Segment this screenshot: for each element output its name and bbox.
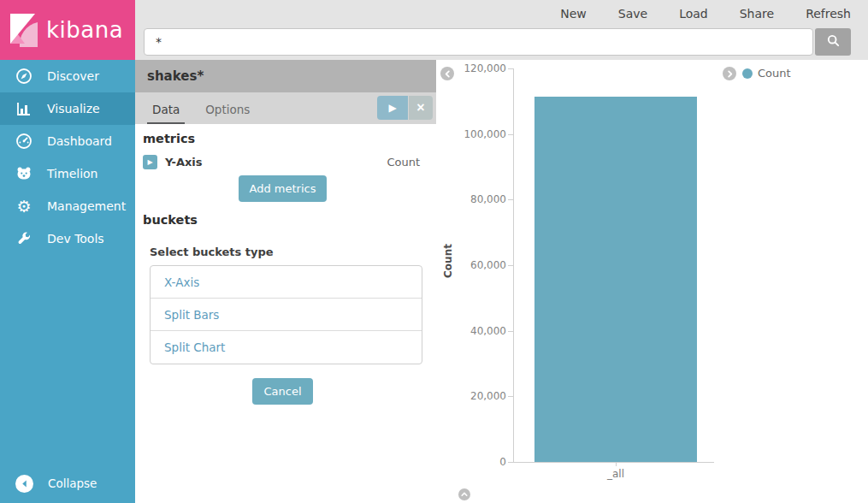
kibana-app: kibana Discover Visualize Dashboard Time <box>0 0 868 503</box>
collapse-icon <box>15 475 33 493</box>
menu-item-new[interactable]: New <box>560 7 587 21</box>
sidebar-item-label: Dashboard <box>47 134 112 148</box>
legend-toggle-chevron-icon[interactable] <box>723 67 736 80</box>
bucket-option-split-chart[interactable]: Split Chart <box>151 331 422 364</box>
y-axis-line <box>513 68 514 462</box>
y-axis-tick-label: 40,000 <box>470 325 506 337</box>
dashboard-icon <box>15 132 33 151</box>
y-axis-tick-label: 0 <box>499 456 506 468</box>
index-pattern-name: shakes* <box>147 68 204 84</box>
play-icon: ▶ <box>388 102 396 114</box>
tab-options[interactable]: Options <box>200 103 255 124</box>
cancel-button[interactable]: Cancel <box>252 378 312 405</box>
wrench-icon <box>15 229 33 248</box>
y-axis-tick-label: 60,000 <box>470 259 506 271</box>
sidebar-item-dev-tools[interactable]: Dev Tools <box>0 222 135 255</box>
metric-row-y-axis: ▶ Y-Axis Count <box>143 155 422 169</box>
select-buckets-type-label: Select buckets type <box>150 246 422 258</box>
sidebar-collapse-button[interactable]: Collapse <box>0 464 135 503</box>
bucket-option-x-axis[interactable]: X-Axis <box>151 266 422 299</box>
close-icon: × <box>416 100 424 115</box>
y-axis-tick-label: 20,000 <box>470 390 506 402</box>
sidebar-item-dashboard[interactable]: Dashboard <box>0 125 135 157</box>
x-axis-category-label: _all <box>547 468 684 480</box>
editor-tabbar: Data Options ▶ × <box>135 92 436 124</box>
bar-chart-icon <box>15 99 33 118</box>
bar-count-all[interactable] <box>534 97 697 462</box>
buckets-heading: buckets <box>143 213 422 227</box>
search-input[interactable] <box>144 28 813 56</box>
y-axis-title: Count <box>442 175 454 346</box>
legend-label: Count <box>758 67 791 80</box>
sidebar-item-label: Discover <box>47 69 99 83</box>
search-bar <box>144 28 851 56</box>
x-axis-line <box>513 462 714 463</box>
scroll-up-chevron-icon[interactable] <box>458 488 470 500</box>
collapse-label: Collapse <box>48 476 97 490</box>
topbar: New Save Load Share Refresh <box>135 0 868 60</box>
menu-item-refresh[interactable]: Refresh <box>806 7 851 21</box>
metric-label[interactable]: Y-Axis <box>165 156 203 169</box>
y-axis-tick-label: 120,000 <box>464 62 506 74</box>
metrics-heading: metrics <box>143 132 422 145</box>
search-button[interactable] <box>815 28 851 56</box>
sidebar-item-label: Management <box>47 199 126 213</box>
sidebar-item-label: Dev Tools <box>47 232 104 246</box>
add-metrics-button[interactable]: Add metrics <box>239 175 328 202</box>
chevron-right-icon: ▶ <box>147 158 152 166</box>
search-icon <box>826 33 841 50</box>
sidebar-item-visualize[interactable]: Visualize <box>0 92 135 125</box>
sidebar-item-label: Visualize <box>47 102 100 115</box>
logo-text: kibana <box>46 17 123 43</box>
metric-agg-value: Count <box>387 156 422 169</box>
legend-color-dot <box>742 68 753 79</box>
sidebar: kibana Discover Visualize Dashboard Time <box>0 0 135 503</box>
vis-editor-panel: shakes* Data Options ▶ × metrics ▶ Y-Axi… <box>135 60 436 503</box>
collapse-editor-chevron-icon[interactable] <box>440 67 454 80</box>
topbar-menu: New Save Load Share Refresh <box>135 0 868 21</box>
sidebar-item-discover[interactable]: Discover <box>0 60 135 92</box>
discard-changes-button[interactable]: × <box>409 96 433 120</box>
visualization-chart: Count 020,00040,00060,00080,000100,00012… <box>436 60 868 503</box>
menu-item-save[interactable]: Save <box>618 7 647 21</box>
sidebar-item-label: Timelion <box>47 167 97 180</box>
compass-icon <box>15 67 33 86</box>
editor-content: metrics ▶ Y-Axis Count Add metrics bucke… <box>135 124 436 405</box>
menu-item-share[interactable]: Share <box>740 7 774 21</box>
y-axis-tick-label: 80,000 <box>470 193 506 205</box>
sidebar-item-timelion[interactable]: Timelion <box>0 157 135 190</box>
expand-y-axis-button[interactable]: ▶ <box>143 155 157 169</box>
bucket-option-split-bars[interactable]: Split Bars <box>151 299 422 331</box>
index-pattern-header: shakes* <box>135 60 436 92</box>
menu-item-load[interactable]: Load <box>679 7 708 21</box>
sidebar-item-management[interactable]: ⚙ Management <box>0 190 135 222</box>
gear-icon: ⚙ <box>15 197 33 216</box>
kibana-logo[interactable]: kibana <box>0 0 135 60</box>
y-axis-tick-label: 100,000 <box>464 128 506 140</box>
x-axis-tick <box>616 462 617 466</box>
bucket-type-list: X-Axis Split Bars Split Chart <box>150 265 422 364</box>
apply-changes-button[interactable]: ▶ <box>377 96 408 120</box>
tab-data[interactable]: Data <box>147 103 185 124</box>
legend-item-count[interactable]: Count <box>742 67 791 80</box>
timelion-icon <box>15 164 33 183</box>
kibana-logo-icon <box>9 13 39 47</box>
